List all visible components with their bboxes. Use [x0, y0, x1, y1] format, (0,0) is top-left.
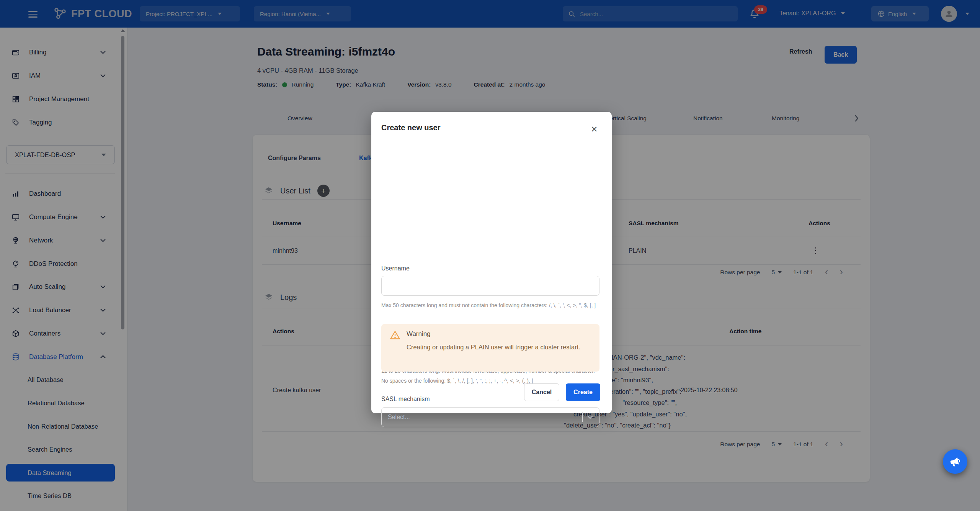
- username-label: Username: [381, 265, 410, 272]
- username-field[interactable]: [381, 276, 599, 296]
- cancel-button[interactable]: Cancel: [524, 383, 559, 401]
- create-user-modal: Create new user Username Max 50 characte…: [371, 112, 612, 413]
- warning-triangle-icon: [390, 330, 400, 341]
- sasl-label: SASL mechanism: [381, 396, 430, 403]
- chevron-down-icon: [587, 415, 593, 419]
- warning-alert: Warning Creating or updating a PLAIN use…: [381, 324, 599, 372]
- support-fab-button[interactable]: [943, 449, 967, 474]
- sasl-mechanism-select[interactable]: Select...: [381, 407, 599, 427]
- modal-title: Create new user: [381, 123, 441, 132]
- warning-title: Warning: [407, 330, 431, 338]
- username-help-text: Max 50 characters long and must not cont…: [381, 300, 601, 310]
- megaphone-icon: [948, 454, 962, 469]
- select-placeholder: Select...: [388, 414, 410, 421]
- warning-body: Creating or updating a PLAIN user will t…: [407, 342, 581, 352]
- modal-close-icon[interactable]: ✕: [591, 124, 598, 134]
- create-button[interactable]: Create: [566, 383, 600, 401]
